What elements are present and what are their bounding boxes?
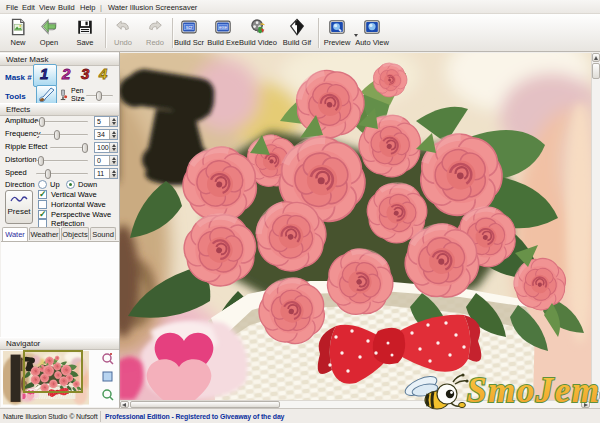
svg-text:SmoJem: SmoJem — [467, 371, 600, 410]
svg-text:exe: exe — [219, 25, 227, 30]
svg-text:scr: scr — [186, 25, 193, 30]
